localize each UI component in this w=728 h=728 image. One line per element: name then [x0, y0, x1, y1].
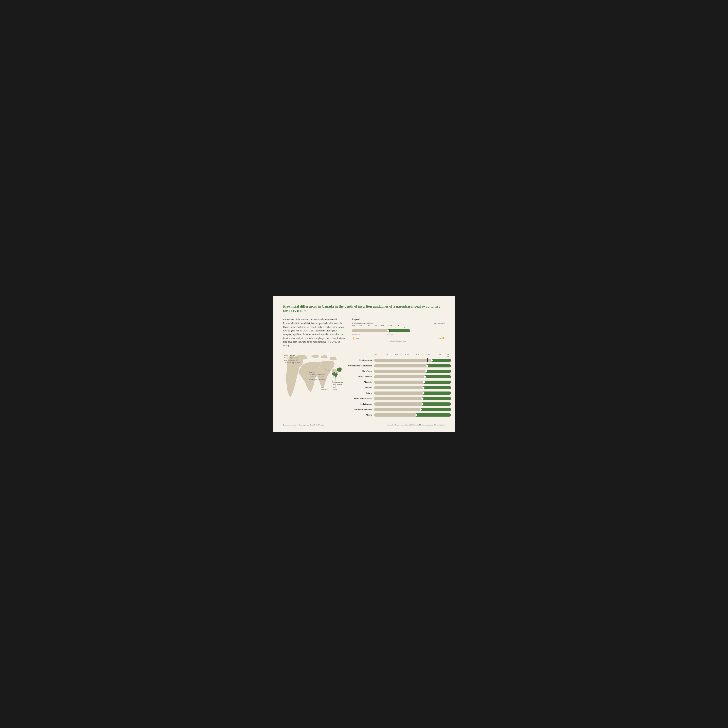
bar-container	[374, 359, 451, 362]
footer: Data source: Journal of Otolaryngology -…	[283, 422, 445, 426]
province-label: Manitoba	[348, 381, 374, 383]
map-panel: Yukon Territory: No explicit guidelines …	[283, 353, 344, 418]
province-label: Nunavut	[348, 387, 374, 388]
province-label: British Columbia	[348, 376, 374, 378]
chart-rows: New BrunswickNewfoundland and LabradorNo…	[348, 358, 451, 417]
infographic-card: Provincial differences in Canada in the …	[273, 296, 455, 432]
credit: Created by Dieuwertje van Dijk with Daty…	[387, 424, 445, 426]
distance-label: distance from nose to ear	[352, 340, 445, 342]
chart-row: Nunavut	[348, 385, 451, 390]
marker-line	[425, 413, 425, 417]
chart-row: Newfoundland and Labrador	[348, 364, 451, 368]
bar-container	[374, 397, 451, 400]
nova-scotia-annotation: NovaScotia	[333, 387, 337, 390]
bar-container	[374, 386, 451, 389]
marker-line	[425, 391, 425, 395]
legend-effective: effective	[387, 333, 393, 335]
province-label: Newfoundland and Labrador	[348, 365, 374, 367]
new-brunswick-annotation: NewBrunswick	[321, 387, 327, 390]
marker-line	[425, 364, 425, 368]
bar-container	[374, 370, 451, 373]
province-label: Nova Scotia	[348, 370, 374, 372]
bar-container	[374, 392, 451, 395]
chart-row: Ontario	[348, 391, 451, 395]
bar-container	[374, 413, 451, 417]
nose-icon: 👃	[352, 336, 355, 340]
chart-row: New Brunswick	[348, 358, 451, 362]
newfoundland-annotation: Newfoundlandand Labrador	[333, 382, 343, 385]
province-label: Northwest Territories	[348, 408, 374, 410]
province-label: New Brunswick	[348, 359, 374, 361]
intro-text: Researchers of the Western University an…	[283, 318, 346, 347]
chart-panel: 0 cm 2 cm 4 cm 6 cm 8 cm 10 cm 12 cm 14 …	[348, 353, 451, 418]
legend-not-effective: not effective	[352, 333, 387, 335]
yukon-annotation: Yukon Territory: No explicit guidelines …	[284, 355, 301, 364]
chart-row: Alberta	[348, 413, 451, 417]
province-label: Prince Edward Island	[348, 398, 374, 399]
marker-line	[425, 396, 425, 401]
chart-row: Manitoba	[348, 380, 451, 384]
province-label: Ontario	[348, 392, 374, 394]
ear-icon: 👂	[442, 336, 445, 340]
marker-line	[425, 375, 425, 379]
bar-container	[374, 364, 451, 367]
legend-label-left: depth of insertion guidelines	[352, 322, 373, 324]
chart-row: Saskatchewan	[348, 402, 451, 406]
marker-line	[425, 380, 425, 384]
bar-container	[374, 402, 451, 406]
chart-row: Nova Scotia	[348, 369, 451, 373]
chart-row: British Columbia	[348, 375, 451, 379]
marker-line	[425, 407, 425, 411]
bar-container	[374, 408, 451, 411]
bar-container	[374, 381, 451, 384]
marker-line	[425, 402, 425, 406]
marker-line	[425, 385, 425, 390]
quebec-annotation: Quebec: No explicit guidelines ondepth o…	[309, 371, 326, 380]
chart-row: Northwest Territories	[348, 407, 451, 411]
bar-container	[374, 375, 451, 378]
marker-line	[425, 369, 425, 373]
marker-line	[427, 358, 428, 362]
province-label: Saskatchewan	[348, 403, 374, 405]
legend-label-right: excellent swab	[434, 322, 445, 324]
data-source: Data source: Journal of Otolaryngology -…	[283, 424, 324, 426]
province-label: Alberta	[348, 414, 374, 416]
chart-row: Prince Edward Island	[348, 396, 451, 401]
page-title: Provincial differences in Canada in the …	[283, 304, 445, 314]
legend-title: Legend	[352, 318, 445, 321]
